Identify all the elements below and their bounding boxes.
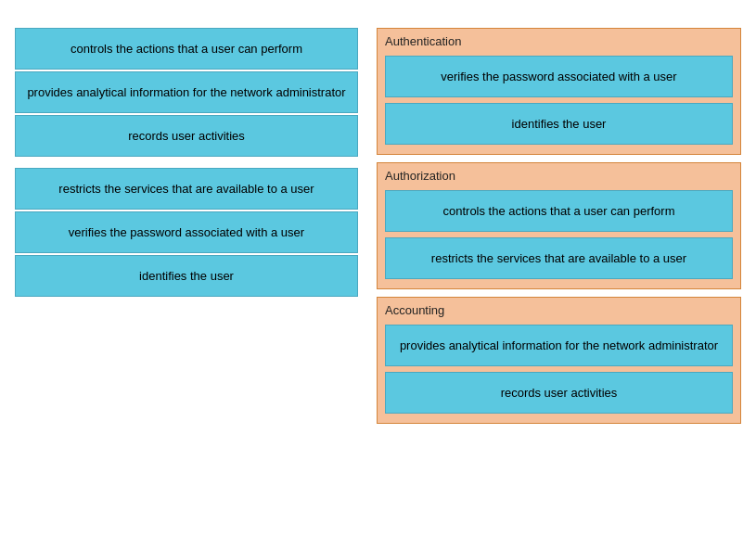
right-item-auth-identifies[interactable]: identifies the user bbox=[385, 103, 733, 145]
right-column: Authenticationverifies the password asso… bbox=[377, 28, 741, 424]
category-box-accounting: Accountingprovides analytical informatio… bbox=[377, 297, 741, 424]
left-item-item-controls[interactable]: controls the actions that a user can per… bbox=[15, 28, 358, 70]
right-item-acct-provides[interactable]: provides analytical information for the … bbox=[385, 325, 733, 366]
category-box-authorization: Authorizationcontrols the actions that a… bbox=[377, 162, 741, 289]
right-item-auth-verifies[interactable]: verifies the password associated with a … bbox=[385, 56, 733, 97]
main-layout: controls the actions that a user can per… bbox=[15, 28, 741, 424]
category-box-authentication: Authenticationverifies the password asso… bbox=[377, 28, 741, 155]
right-item-authz-controls[interactable]: controls the actions that a user can per… bbox=[385, 190, 733, 232]
left-item-item-restricts[interactable]: restricts the services that are availabl… bbox=[15, 168, 358, 210]
right-item-acct-records[interactable]: records user activities bbox=[385, 372, 733, 414]
right-item-authz-restricts[interactable]: restricts the services that are availabl… bbox=[385, 237, 733, 279]
category-items-accounting: provides analytical information for the … bbox=[385, 325, 733, 414]
category-title-accounting: Accounting bbox=[385, 303, 733, 317]
left-item-item-records[interactable]: records user activities bbox=[15, 115, 358, 157]
left-item-item-verifies[interactable]: verifies the password associated with a … bbox=[15, 211, 358, 253]
left-item-item-provides[interactable]: provides analytical information for the … bbox=[15, 71, 358, 113]
category-title-authorization: Authorization bbox=[385, 169, 733, 183]
left-column: controls the actions that a user can per… bbox=[15, 28, 358, 299]
category-items-authorization: controls the actions that a user can per… bbox=[385, 190, 733, 279]
category-title-authentication: Authentication bbox=[385, 34, 733, 48]
category-items-authentication: verifies the password associated with a … bbox=[385, 56, 733, 145]
left-item-item-identifies[interactable]: identifies the user bbox=[15, 255, 358, 297]
